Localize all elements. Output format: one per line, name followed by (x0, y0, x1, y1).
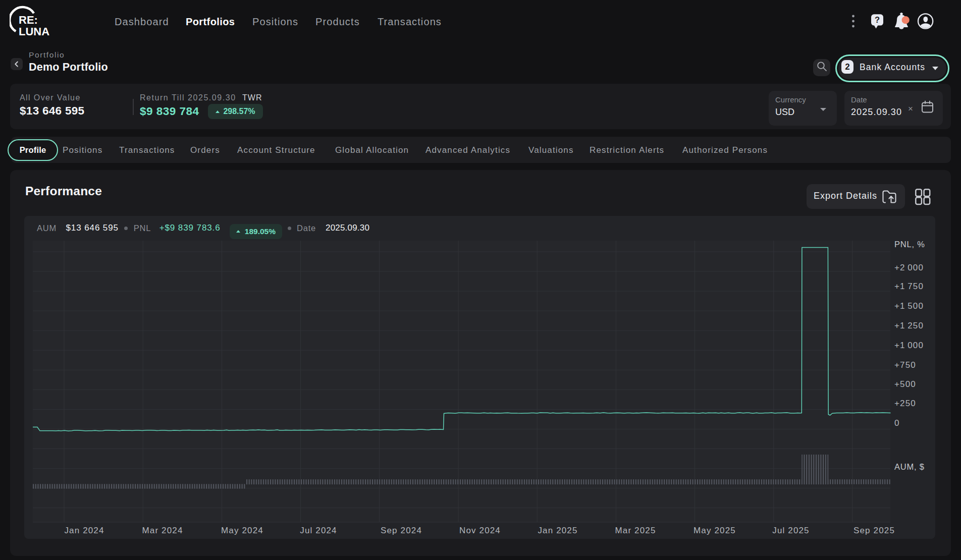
svg-text:+1 000: +1 000 (894, 341, 924, 350)
svg-text:+1 750: +1 750 (894, 282, 924, 291)
svg-text:Mar 2024: Mar 2024 (142, 526, 183, 535)
svg-text:?: ? (875, 15, 880, 24)
svg-text:Jul 2024: Jul 2024 (300, 526, 337, 535)
svg-text:RE:: RE: (19, 14, 38, 26)
svg-text:+2 000: +2 000 (894, 263, 924, 272)
svg-text:+500: +500 (894, 379, 916, 389)
svg-text:LUNA: LUNA (19, 25, 49, 38)
svg-text:+250: +250 (894, 399, 916, 408)
svg-text:+1 500: +1 500 (894, 301, 924, 311)
svg-text:+1 250: +1 250 (894, 321, 924, 330)
svg-text:Mar 2025: Mar 2025 (615, 526, 656, 535)
svg-text:PNL, %: PNL, % (894, 240, 925, 249)
svg-text:+750: +750 (894, 360, 916, 370)
svg-text:Jul 2025: Jul 2025 (772, 526, 809, 535)
svg-text:0: 0 (894, 418, 900, 428)
svg-text:May 2024: May 2024 (221, 526, 263, 535)
svg-text:Sep 2025: Sep 2025 (853, 526, 895, 535)
svg-text:AUM, $: AUM, $ (894, 462, 925, 471)
svg-text:Jan 2025: Jan 2025 (538, 526, 577, 535)
svg-text:Jan 2024: Jan 2024 (64, 526, 104, 535)
svg-text:Sep 2024: Sep 2024 (381, 526, 422, 535)
svg-text:May 2025: May 2025 (693, 526, 736, 535)
svg-text:Nov 2024: Nov 2024 (459, 526, 501, 535)
